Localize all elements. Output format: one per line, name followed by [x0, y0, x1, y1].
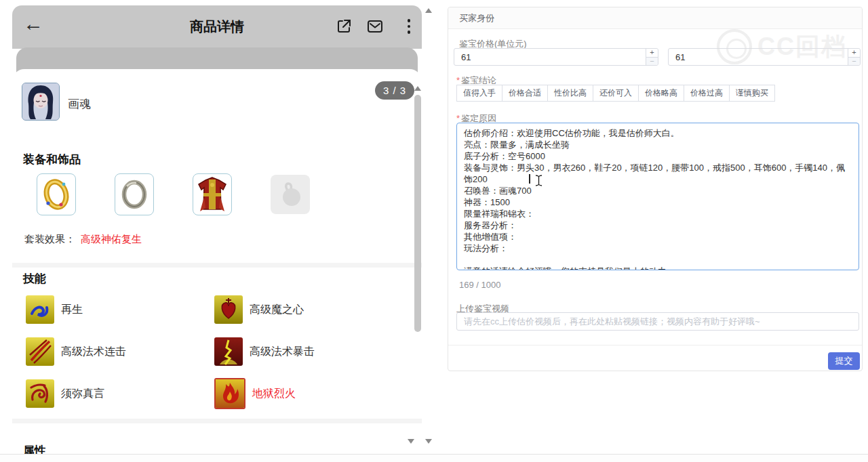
- form-footer-divider: [448, 345, 862, 345]
- section-divider: [12, 263, 422, 268]
- regen-skill-icon: [26, 295, 54, 324]
- skill-name: 再生: [61, 303, 83, 317]
- inner-scroll-up-icon[interactable]: [414, 86, 421, 91]
- equipment-section-heading: 装备和饰品: [23, 152, 81, 167]
- price-stepper-1: + −: [646, 49, 658, 65]
- hellfire-skill-icon: [214, 378, 245, 409]
- reason-label-text: 鉴定原因: [461, 113, 496, 123]
- ibeam-cursor-icon: [535, 175, 542, 189]
- price-stepper-2: + −: [848, 49, 860, 65]
- kebab-menu-icon[interactable]: [400, 18, 418, 35]
- spell-crit-skill-icon: [214, 337, 243, 366]
- set-effect-value: 高级神佑复生: [81, 233, 142, 245]
- set-effect-row: 套装效果：高级神佑复生: [24, 233, 142, 246]
- skills-grid: 再生 高级魔之心: [26, 295, 406, 408]
- skill-item: 高级法术连击: [26, 337, 214, 366]
- decrement-icon[interactable]: −: [646, 57, 658, 66]
- skills-section-heading: 技能: [23, 271, 46, 287]
- conclusion-option-button[interactable]: 价格略高: [638, 85, 684, 102]
- form-header-title: 买家身份: [459, 12, 494, 24]
- outer-scroll-down-icon[interactable]: [425, 439, 432, 444]
- external-link-icon[interactable]: [335, 18, 353, 35]
- price-value-1[interactable]: 61: [454, 52, 646, 62]
- set-effect-label: 套装效果：: [24, 233, 75, 245]
- appraisal-form-card: 买家身份 鉴宝价格(单位元) 61 + − 61 + − CC回档 *鉴宝结论 …: [448, 7, 863, 371]
- conclusion-option-button[interactable]: 还价可入: [593, 85, 639, 102]
- skill-item: 高级魔之心: [214, 295, 406, 324]
- magic-heart-skill-icon: [214, 295, 243, 324]
- skill-name: 地狱烈火: [252, 387, 296, 401]
- conclusion-label-text: 鉴宝结论: [461, 75, 496, 85]
- bottom-edge-strip: [0, 454, 868, 462]
- conclusion-option-button[interactable]: 价格合适: [502, 85, 548, 102]
- skill-name: 高级法术暴击: [250, 345, 315, 359]
- text-caret: [529, 174, 530, 184]
- character-avatar[interactable]: [22, 83, 60, 121]
- form-header: 买家身份: [448, 7, 862, 29]
- skill-item: 再生: [26, 295, 214, 324]
- carousel-page-badge: 3 / 3: [375, 81, 414, 100]
- inner-scroll-down-icon[interactable]: [408, 439, 414, 444]
- conclusion-option-button[interactable]: 谨慎购买: [729, 85, 775, 102]
- required-mark: *: [456, 113, 460, 123]
- skill-item: 高级法术暴击: [214, 337, 406, 366]
- conclusion-option-button[interactable]: 值得入手: [456, 85, 502, 102]
- skill-item: 地狱烈火: [214, 379, 406, 408]
- inner-scrollbar-thumb[interactable]: [414, 95, 421, 332]
- character-name: 画魂: [68, 96, 91, 112]
- gold-bracelet-icon[interactable]: [37, 173, 76, 215]
- product-detail-panel: ← 商品详情 3 / 3: [0, 0, 439, 462]
- skill-name: 高级魔之心: [250, 303, 304, 317]
- envelope-icon[interactable]: [366, 18, 384, 35]
- empty-slot-icon[interactable]: [271, 175, 310, 214]
- app-root: ← 商品详情 3 / 3: [0, 0, 868, 462]
- conclusion-options-group: 值得入手 价格合适 性价比高 还价可入 价格略高 价格过高 谨慎购买: [456, 85, 775, 102]
- mantra-skill-icon: [26, 379, 54, 408]
- char-counter: 169 / 1000: [459, 280, 500, 290]
- decrement-icon[interactable]: −: [848, 57, 860, 66]
- spell-combo-skill-icon: [26, 337, 54, 366]
- outer-scroll-up-icon[interactable]: [425, 8, 432, 13]
- conclusion-option-button[interactable]: 价格过高: [684, 85, 730, 102]
- silver-ring-icon[interactable]: [115, 173, 154, 215]
- skill-name: 高级法术连击: [61, 345, 126, 359]
- price-input-1[interactable]: 61 + −: [454, 48, 658, 66]
- section-divider: [12, 419, 422, 423]
- reason-textarea[interactable]: 估价师介绍：欢迎使用CC估价功能，我是估价师大白。 亮点：限量多，满成长坐骑 底…: [456, 123, 859, 270]
- submit-button[interactable]: 提交: [828, 352, 860, 370]
- price-value-2[interactable]: 61: [669, 52, 848, 62]
- increment-icon[interactable]: +: [646, 49, 658, 57]
- armor-robe-icon[interactable]: [193, 173, 232, 215]
- increment-icon[interactable]: +: [848, 49, 860, 57]
- video-link-input[interactable]: [456, 312, 859, 331]
- skill-item: 须弥真言: [26, 379, 214, 408]
- equipment-row: [37, 173, 310, 215]
- conclusion-option-button[interactable]: 性价比高: [547, 85, 593, 102]
- price-input-2[interactable]: 61 + −: [668, 48, 861, 66]
- required-mark: *: [456, 75, 460, 85]
- skill-name: 须弥真言: [61, 387, 104, 401]
